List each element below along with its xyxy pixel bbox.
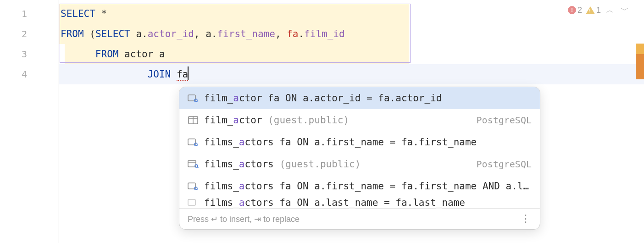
line-number: 2 xyxy=(0,24,58,44)
error-count: 2 xyxy=(577,6,582,15)
join-icon xyxy=(188,94,199,103)
error-badge[interactable]: ! 2 xyxy=(568,6,582,15)
code-line[interactable]: FROM actor a xyxy=(59,44,644,64)
completion-hint: Press ↵ to insert, ⇥ to replace xyxy=(188,214,300,224)
alias: a xyxy=(136,28,142,39)
more-options-button[interactable]: ⋮ xyxy=(521,217,532,221)
completion-source: PostgreSQL xyxy=(471,159,532,170)
join-icon xyxy=(188,182,199,191)
svg-line-8 xyxy=(197,145,198,146)
token: * xyxy=(95,8,107,19)
completion-label: films_actors (guest.public) xyxy=(204,159,466,170)
stripe-error[interactable] xyxy=(636,54,644,79)
table-icon xyxy=(188,116,199,125)
completion-label: films_actors fa ON a.last_name = fa.last… xyxy=(204,197,532,208)
table-ref: actor a xyxy=(124,49,165,60)
line-number: 4 xyxy=(0,64,58,84)
typed-text: fa xyxy=(177,69,188,81)
warning-badge[interactable]: 1 xyxy=(586,6,601,15)
completion-label: film_actor fa ON a.actor_id = fa.actor_i… xyxy=(204,93,532,104)
svg-line-2 xyxy=(197,101,198,102)
code-line[interactable]: SELECT * xyxy=(59,4,644,24)
warning-icon xyxy=(586,6,595,14)
completion-item[interactable]: films_actors fa ON a.first_name = fa.fir… xyxy=(179,131,540,153)
line-number: 1 xyxy=(0,4,58,24)
completion-label: film_actor (guest.public) xyxy=(204,115,466,126)
column: film_id xyxy=(304,28,345,39)
completion-item[interactable]: film_actor fa ON a.actor_id = fa.actor_i… xyxy=(179,87,540,109)
completion-footer: Press ↵ to insert, ⇥ to replace ⋮ xyxy=(179,208,540,229)
stripe-warning[interactable] xyxy=(636,44,644,54)
keyword: JOIN xyxy=(148,69,171,80)
alias-error: fa xyxy=(287,28,298,39)
next-highlight-button[interactable]: ﹀ xyxy=(619,5,630,16)
keyword: FROM xyxy=(61,28,84,39)
text-caret xyxy=(188,66,189,80)
alias: a xyxy=(205,28,211,39)
completion-item[interactable]: films_actors fa ON a.first_name = fa.fir… xyxy=(179,175,540,197)
token: ( xyxy=(84,28,95,39)
column: first_name xyxy=(217,28,275,39)
line-number: 3 xyxy=(0,44,58,64)
svg-line-12 xyxy=(197,167,199,168)
join-icon xyxy=(188,138,199,147)
completion-label: films_actors fa ON a.first_name = fa.fir… xyxy=(204,137,532,148)
completion-item[interactable]: film_actor (guest.public) PostgreSQL xyxy=(179,109,540,131)
code-line-active[interactable]: JOIN fa xyxy=(59,64,644,84)
svg-line-15 xyxy=(197,189,198,190)
keyword: FROM xyxy=(95,49,119,60)
error-stripe[interactable] xyxy=(636,0,644,243)
join-icon xyxy=(188,198,199,207)
svg-rect-16 xyxy=(188,199,195,205)
keyword: SELECT xyxy=(95,28,130,39)
completion-popup[interactable]: film_actor fa ON a.actor_id = fa.actor_i… xyxy=(179,87,540,230)
gutter: 1 2 3 4 xyxy=(0,0,59,243)
error-icon: ! xyxy=(568,6,576,14)
table-search-icon xyxy=(188,160,199,169)
completion-item[interactable]: films_actors (guest.public) PostgreSQL xyxy=(179,153,540,175)
inspection-status[interactable]: ! 2 1 ︿ ﹀ xyxy=(568,5,630,16)
prev-highlight-button[interactable]: ︿ xyxy=(605,5,616,16)
completion-source: PostgreSQL xyxy=(471,115,532,126)
column: actor_id xyxy=(148,28,194,39)
code-line[interactable]: FROM (SELECT a.actor_id, a.first_name, f… xyxy=(59,24,644,44)
keyword: SELECT xyxy=(61,8,95,19)
completion-label: films_actors fa ON a.first_name = fa.fir… xyxy=(204,181,532,192)
warning-count: 1 xyxy=(596,6,601,15)
completion-item-cut[interactable]: films_actors fa ON a.last_name = fa.last… xyxy=(179,197,540,208)
